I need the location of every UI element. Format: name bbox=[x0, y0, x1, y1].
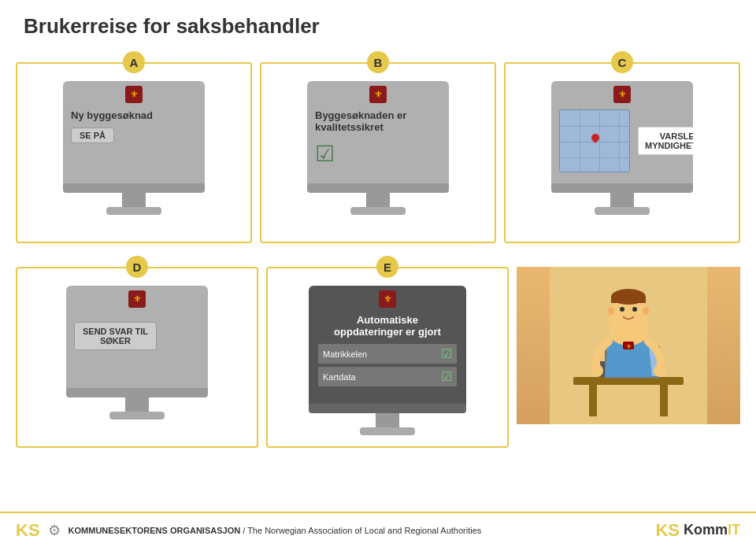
update-title: Automatiskeoppdateringer er gjort bbox=[318, 314, 457, 338]
cell-label-e: E bbox=[376, 256, 398, 278]
monitor-b: Byggesøknaden er kvalitetssikret ☑ bbox=[307, 81, 449, 215]
map-display bbox=[559, 109, 630, 172]
cell-label-c: C bbox=[611, 51, 633, 73]
neck-a bbox=[122, 193, 146, 207]
matrikkelen-label: Matrikkelen bbox=[323, 349, 367, 359]
kartdata-label: Kartdata bbox=[323, 372, 356, 382]
footer: KS ⚙ KOMMUNESEKTORENS ORGANISASJON / The… bbox=[0, 512, 756, 547]
badge-b bbox=[369, 86, 387, 103]
svg-point-15 bbox=[643, 307, 649, 315]
stand-c bbox=[595, 207, 650, 215]
screen-a: Ny byggesøknad SE PÅ bbox=[63, 81, 205, 183]
update-row-matrikkelen: Matrikkelen ☑ bbox=[318, 344, 457, 364]
monitor-a: Ny byggesøknad SE PÅ bbox=[63, 81, 205, 215]
screen-c: VARSLEMYNDIGHETER bbox=[551, 81, 693, 183]
svg-rect-11 bbox=[611, 297, 646, 303]
bezel-e bbox=[309, 404, 466, 413]
se-pa-button[interactable]: SE PÅ bbox=[71, 128, 114, 143]
cell-c: C bbox=[504, 62, 740, 243]
cell-label-b: B bbox=[367, 51, 389, 73]
svg-point-12 bbox=[620, 307, 624, 312]
badge-a bbox=[125, 86, 143, 103]
svg-rect-3 bbox=[660, 385, 668, 416]
neck-e bbox=[376, 413, 399, 427]
footer-org-text: KOMMUNESEKTORENS ORGANISASJON / The Norw… bbox=[69, 526, 482, 535]
badge-d bbox=[128, 290, 146, 308]
cell-b: B Byggesøknaden er kvalitetssikret ☑ bbox=[260, 62, 496, 243]
footer-brand: KommIT bbox=[684, 522, 740, 538]
monitor-e: Automatiskeoppdateringer er gjort Matrik… bbox=[309, 286, 466, 435]
cell-a: A Ny byggesøknad SE PÅ bbox=[16, 62, 252, 243]
cell-e: E Automatiskeoppdateringer er gjort Matr… bbox=[266, 267, 509, 448]
cell-label-a: A bbox=[123, 51, 145, 73]
footer-org-name: KOMMUNESEKTORENS ORGANISASJON bbox=[69, 526, 241, 535]
cell-f: ⚜ bbox=[517, 267, 740, 448]
stand-a bbox=[106, 207, 161, 215]
screen-text-b: Byggesøknaden er kvalitetssikret bbox=[315, 109, 441, 133]
svg-point-17 bbox=[654, 364, 666, 377]
person-illustration: ⚜ bbox=[517, 267, 740, 424]
send-svar-button[interactable]: SEND SVAR TIL SØKER bbox=[74, 322, 157, 350]
kartdata-check: ☑ bbox=[441, 369, 452, 384]
monitor-d: SEND SVAR TIL SØKER bbox=[66, 286, 208, 419]
screen-d: SEND SVAR TIL SØKER bbox=[66, 286, 208, 388]
screen-text-a: Ny byggesøknad bbox=[71, 109, 197, 121]
neck-d bbox=[125, 397, 149, 412]
cell-d: D SEND SVAR TIL SØKER bbox=[16, 267, 258, 448]
badge-c bbox=[613, 86, 631, 103]
bezel-b bbox=[307, 183, 449, 193]
bezel-a bbox=[63, 183, 205, 193]
svg-point-16 bbox=[591, 364, 603, 377]
cell-label-d: D bbox=[126, 256, 148, 278]
check-b: ☑ bbox=[315, 141, 441, 167]
svg-point-14 bbox=[608, 307, 614, 315]
footer-ks-right-logo: KS bbox=[655, 520, 680, 541]
svg-rect-2 bbox=[589, 385, 597, 416]
update-screen: Automatiskeoppdateringer er gjort Matrik… bbox=[309, 286, 466, 404]
stand-e bbox=[360, 427, 415, 435]
footer-org-sub: / The Norwegian Association of Local and… bbox=[243, 526, 481, 535]
footer-ks-logo: KS bbox=[16, 520, 40, 541]
svg-point-13 bbox=[632, 307, 637, 312]
monitor-c: VARSLEMYNDIGHETER bbox=[551, 81, 693, 215]
update-row-kartdata: Kartdata ☑ bbox=[318, 367, 457, 386]
stand-d bbox=[109, 412, 165, 419]
varsle-box: VARSLEMYNDIGHETER bbox=[638, 127, 693, 155]
page-title: Brukerreise for saksbehandler bbox=[0, 0, 756, 46]
stand-b bbox=[350, 207, 406, 215]
neck-b bbox=[366, 193, 390, 207]
svg-text:⚜: ⚜ bbox=[626, 343, 632, 350]
badge-e bbox=[379, 290, 396, 308]
footer-right: KS KommIT bbox=[655, 520, 740, 541]
bezel-d bbox=[66, 388, 208, 397]
bezel-c bbox=[551, 183, 693, 193]
neck-c bbox=[610, 193, 634, 207]
screen-b: Byggesøknaden er kvalitetssikret ☑ bbox=[307, 81, 449, 183]
matrikkelen-check: ☑ bbox=[441, 346, 452, 361]
footer-gear-icon: ⚙ bbox=[48, 522, 61, 539]
